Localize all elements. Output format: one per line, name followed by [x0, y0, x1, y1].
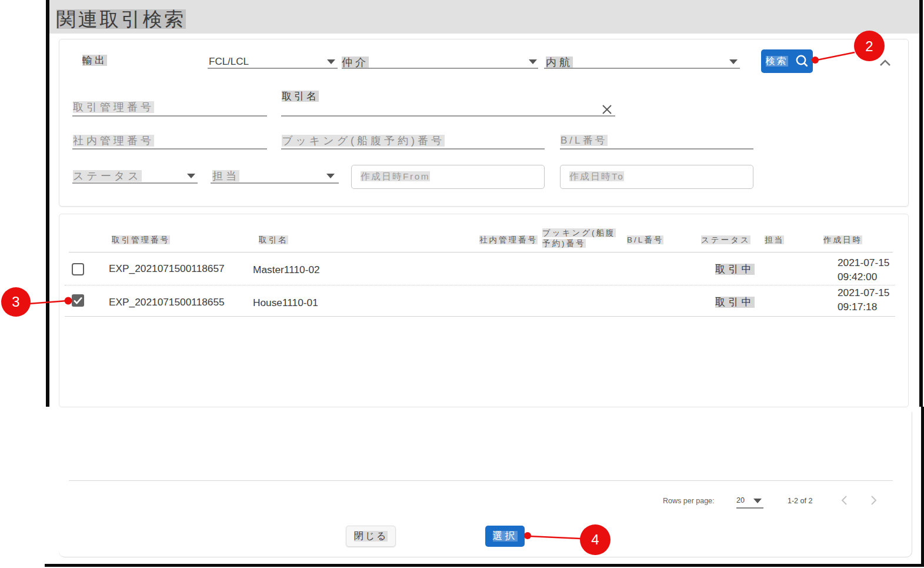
svg-text:4: 4 — [591, 532, 599, 547]
svg-text:3: 3 — [12, 294, 19, 310]
svg-text:2: 2 — [865, 38, 873, 54]
